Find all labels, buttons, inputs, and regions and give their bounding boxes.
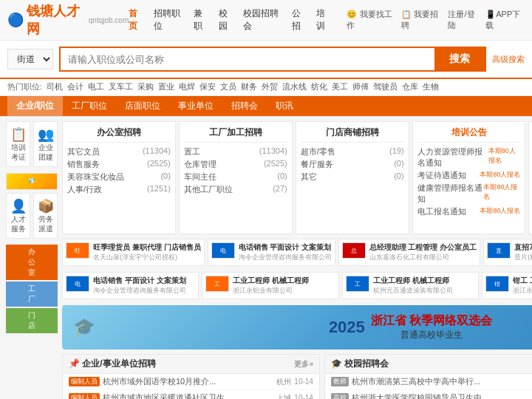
campus-item-2[interactable]: 高校 杭州浙大学医学院校园辅导员卫生中... 杭州 10-12: [325, 390, 532, 399]
tab-institution[interactable]: 事业单位: [169, 96, 222, 116]
enterprise-item-1-date: 10-14: [294, 378, 313, 386]
find-job-link[interactable]: 😊 我要找工作: [347, 9, 395, 31]
hot-tag-account[interactable]: 会计: [67, 81, 83, 92]
company-card-3[interactable]: 总 总经理助理 工程管理 办公室员工 山东嘉洛石化工程有限公司: [338, 239, 481, 266]
hot-tag-driver2[interactable]: 驾驶员: [373, 81, 398, 92]
office-item-4-name: 人事/行政: [67, 184, 102, 195]
job-cards-row-2: 电 电话销售 平面设计 文案策划 洵令企业管理咨询服务有限公司 工 工业工程师 …: [62, 272, 532, 301]
sidebar-labor-dispatch[interactable]: 📦 劳务派遣: [33, 193, 58, 239]
company-info-7: 工业工程师 机械工程师 浙江永铝业有限公司: [233, 276, 335, 296]
hot-tag-master[interactable]: 师傅: [352, 81, 369, 92]
location-select[interactable]: 街道: [7, 49, 53, 69]
office-item-4-count: (1251): [147, 184, 171, 195]
training-notice-1[interactable]: 人力资源管理师报名通知 本期80人报名: [417, 146, 521, 169]
search-input[interactable]: [61, 48, 434, 70]
campus-item-1[interactable]: 教师 杭州市潮清第三高校中学高中举行... 杭州 10-12: [325, 374, 532, 390]
store-item-2-name: 餐厅服务: [301, 159, 333, 170]
labor-label: 劳务派遣: [37, 214, 54, 233]
office-item-3[interactable]: 美容珠宝化妆品 (0): [67, 171, 171, 183]
enterprise-item-1[interactable]: 编制人员 杭州市域外国语学校10月推介... 杭州 10-14: [63, 374, 319, 390]
nav-public[interactable]: 公招: [292, 7, 307, 33]
hot-tag-assembly[interactable]: 流水线: [282, 81, 307, 92]
store-item-2[interactable]: 餐厅服务 (0): [301, 158, 404, 171]
company-card-6[interactable]: 电 电话销售 平面设计 文案策划 洵令企业管理咨询服务有限公司: [62, 272, 199, 299]
factory-jobs-title: 工厂加工招聘: [184, 126, 287, 143]
tab-store[interactable]: 店面职位: [116, 96, 169, 116]
training-notice-3[interactable]: 健康管理师报名通知 本期80人报名: [417, 182, 521, 205]
team-label: 企业团建: [37, 143, 54, 162]
store-item-1[interactable]: 超市/零售 (19): [301, 146, 404, 158]
advanced-search-link[interactable]: 高级搜索: [492, 54, 525, 65]
company-card-8[interactable]: 工 工业工程师 机械工程师 杭州元百通道涂装有限公司: [342, 272, 479, 299]
sidebar-talent-service[interactable]: 👤 人才服务: [6, 193, 30, 239]
register-link[interactable]: 注册/登陆: [448, 9, 480, 31]
tab-news[interactable]: 职讯: [267, 96, 302, 116]
hot-tag-estate[interactable]: 置业: [158, 81, 174, 92]
nav-training[interactable]: 培训: [316, 7, 332, 33]
center-content: 办公室招聘 其它文员 (11304) 销售服务 (2525) 美容珠宝化妆品 (…: [62, 121, 532, 399]
company-card-4[interactable]: 直 直招700起包吃住招区域经销商 普片(杭州)国信达科技有限公司: [483, 239, 532, 266]
tab-enterprise[interactable]: 企业/职位: [7, 96, 63, 116]
hot-tag-art[interactable]: 美工: [332, 81, 348, 92]
hot-tag-driver[interactable]: 司机: [47, 81, 63, 92]
tab-jobfair[interactable]: 招聘会: [222, 96, 267, 116]
enterprise-item-2-date: 10-14: [294, 394, 313, 399]
nav-home[interactable]: 首页: [129, 7, 144, 33]
hot-tag-fanghua[interactable]: 纺化: [311, 81, 327, 92]
hot-tag-purchase[interactable]: 采购: [137, 81, 154, 92]
search-input-wrap: 搜索: [59, 47, 486, 72]
factory-item-1[interactable]: 置工 (11304): [184, 146, 287, 158]
training-notice-4-name: 电工报名通知: [417, 206, 466, 217]
main-content: 📋 培训考证 👥 企业团建 💎 👤 人才服务 📦 劳务派遣 办公室 工厂 门店: [0, 117, 532, 399]
logo-icon: 🔵: [7, 12, 24, 28]
nav-recruit[interactable]: 招聘职位: [154, 7, 185, 33]
store-item-3[interactable]: 其它 (0): [301, 171, 404, 183]
training-notice-2[interactable]: 考证待遇通知 本期80人报名: [417, 169, 521, 182]
company-card-9[interactable]: 钳 钳工 工业工程师 机械工程师 浙江永铝业有限公司: [482, 272, 532, 299]
office-item-4[interactable]: 人事/行政 (1251): [67, 183, 171, 196]
campus-item-2-text: 杭州浙大学医学院校园辅导员卫生中...: [352, 392, 532, 399]
campus-jobs-box: 🎓 校园招聘会 更多» 教师 杭州市潮清第三高校中学高中举行... 杭州 10-…: [324, 354, 532, 399]
factory-item-4[interactable]: 其他工厂职位 (27): [184, 183, 287, 196]
hot-tag-trade[interactable]: 外贸: [262, 81, 278, 92]
hot-tag-bio[interactable]: 生物: [423, 81, 439, 92]
hot-tag-weld[interactable]: 电焊: [179, 81, 195, 92]
hot-tag-clerk[interactable]: 文员: [220, 81, 236, 92]
company-desc-9: 浙江永铝业有限公司: [513, 286, 532, 296]
hot-tag-finance[interactable]: 财务: [241, 81, 257, 92]
office-item-2[interactable]: 销售服务 (2525): [67, 158, 171, 171]
nav-campus-fair[interactable]: 校园招聘会: [243, 7, 282, 33]
company-card-7[interactable]: 工 工业工程师 机械工程师 浙江永铝业有限公司: [202, 272, 338, 299]
app-link[interactable]: 📱APP下载: [485, 9, 525, 31]
hot-tag-elec[interactable]: 电工: [88, 81, 104, 92]
company-desc-1: 名天山泉(淳安宇宁公司授权): [93, 253, 201, 262]
company-title-7: 工业工程师 机械工程师: [233, 276, 335, 286]
company-desc-4: 普片(杭州)国信达科技有限公司: [514, 253, 532, 262]
talent-label: 人才服务: [10, 214, 27, 233]
hot-tag-forklift[interactable]: 叉车工: [109, 81, 133, 92]
enterprise-item-2[interactable]: 编制人员 杭州市城市地区采暖道通社区卫生... 上城 10-14: [63, 390, 319, 399]
recruit-link[interactable]: 📋 我要招聘: [401, 9, 443, 31]
company-card-1[interactable]: 旺 旺季理货员 兼职代理 门店销售员 名天山泉(淳安宇宁公司授权): [62, 239, 205, 266]
nav-parttime[interactable]: 兼职: [194, 7, 209, 33]
sidebar-team-building[interactable]: 👥 企业团建: [33, 121, 58, 167]
hot-tag-warehouse[interactable]: 仓库: [402, 81, 418, 92]
site-logo[interactable]: 🔵 钱塘人才网: [7, 2, 83, 38]
tab-factory[interactable]: 工厂职位: [63, 96, 116, 116]
top-right-actions: 😊 我要找工作 📋 我要招聘 注册/登陆 📱APP下载: [347, 9, 525, 31]
hot-search-label: 热门职位:: [7, 81, 42, 92]
company-card-2[interactable]: 电 电话销售 平面设计 文案策划 洵令企业管理咨询服务有限公司: [208, 239, 335, 266]
training-notice-4[interactable]: 电工报名通知 本期80人报名: [417, 205, 521, 218]
office-item-1[interactable]: 其它文员 (11304): [67, 146, 171, 158]
factory-item-3[interactable]: 车间主任 (0): [184, 171, 287, 183]
sidebar-row-1: 📋 培训考证 👥 企业团建: [6, 121, 58, 170]
sidebar-decoration: 💎: [6, 173, 58, 190]
campus-jobs-header: 🎓 校园招聘会 更多»: [325, 355, 532, 374]
nav-campus[interactable]: 校园: [219, 7, 234, 33]
factory-item-2[interactable]: 仓库管理 (2525): [184, 158, 287, 171]
search-button[interactable]: 搜索: [434, 48, 485, 70]
hot-tag-security[interactable]: 保安: [200, 81, 216, 92]
sidebar-training-cert[interactable]: 📋 培训考证: [6, 121, 30, 167]
office-jobs-title: 办公室招聘: [67, 126, 171, 143]
enterprise-jobs-more[interactable]: 更多»: [294, 359, 313, 369]
